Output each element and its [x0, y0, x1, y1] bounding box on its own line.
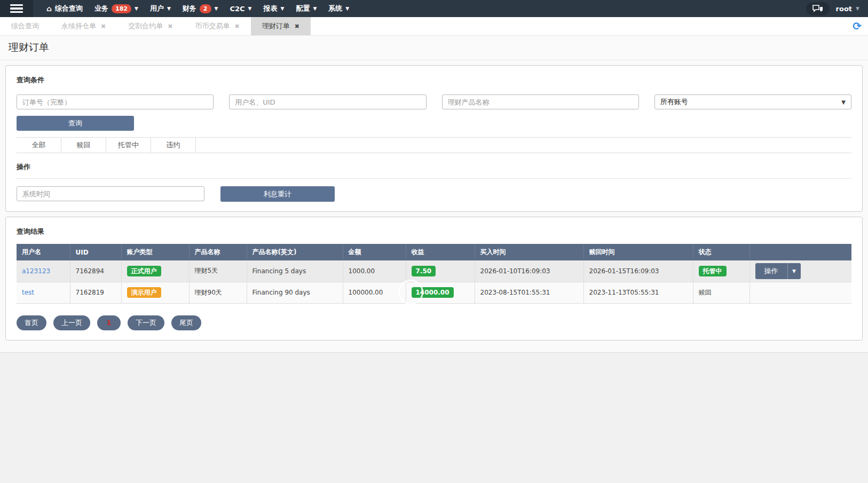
- chevron-down-icon[interactable]: ▼: [788, 263, 801, 279]
- menu-item-system[interactable]: 系统 ▼: [322, 0, 355, 17]
- filter-default[interactable]: 违约: [151, 138, 196, 153]
- filter-all[interactable]: 全部: [17, 138, 61, 153]
- menu-item-config[interactable]: 配置 ▼: [290, 0, 322, 17]
- product-name-input[interactable]: [442, 94, 639, 109]
- operation-heading: 操作: [17, 162, 851, 172]
- username-link[interactable]: test: [22, 289, 34, 296]
- query-results-panel: 查询结果 用户名 UID 账户类型 产品名称 产品名称(英文) 金额 收益 买入…: [5, 217, 863, 341]
- product-en-cell: Financing 90 days: [247, 282, 343, 303]
- system-time-input[interactable]: [17, 186, 204, 201]
- row-action-button[interactable]: 操作: [755, 263, 788, 279]
- hamburger-bar: [10, 7, 23, 10]
- uid-cell: 7162819: [70, 282, 121, 303]
- product-cell: 理财5天: [189, 260, 247, 282]
- query-form-row: 所有账号 ▼: [17, 94, 851, 109]
- chevron-down-icon: ▼: [135, 6, 138, 11]
- user-uid-input[interactable]: [229, 94, 426, 109]
- operation-divider: [17, 178, 851, 179]
- tab-delivery-contracts[interactable]: 交割合约单 ✖: [117, 17, 184, 35]
- pagination-prev-button[interactable]: 上一页: [53, 315, 90, 330]
- query-conditions-panel: 查询条件 所有账号 ▼ 查询 全部 赎回 托管中 违约 操作 利息重计: [5, 65, 863, 212]
- close-icon[interactable]: ✖: [295, 23, 299, 30]
- main-menu: ⌂ 综合查询 业务 182 ▼ 用户 ▼ 财务 2 ▼ C2C ▼ 报表 ▼ 配…: [41, 0, 355, 17]
- profit-badge: 7.50: [412, 266, 436, 276]
- menu-label: C2C: [230, 5, 244, 13]
- table-row: a123123 7162894 正式用户 理财5天 Financing 5 da…: [17, 260, 851, 282]
- tab-spot-trades[interactable]: 币币交易单 ✖: [184, 17, 250, 35]
- search-button[interactable]: 查询: [17, 116, 134, 131]
- tab-label: 交割合约单: [128, 21, 163, 31]
- menu-label: 业务: [94, 4, 108, 13]
- chevron-down-icon: ▼: [167, 6, 171, 11]
- hamburger-menu-icon[interactable]: [0, 0, 33, 17]
- col-amount: 金额: [343, 244, 406, 260]
- buy-time-cell: 2026-01-10T16:09:03: [475, 260, 583, 282]
- chevron-down-icon: ▼: [856, 6, 859, 11]
- col-product-name: 产品名称: [189, 244, 247, 260]
- profit-badge: 14000.00: [412, 287, 454, 298]
- order-id-input[interactable]: [17, 94, 214, 109]
- product-cell: 理财90天: [189, 282, 247, 303]
- navbar-right: root ▼: [806, 0, 868, 17]
- close-icon[interactable]: ✖: [101, 23, 106, 30]
- account-type-badge: 正式用户: [127, 266, 161, 276]
- account-type-badge: 演示用户: [127, 287, 161, 298]
- product-en-cell: Financing 5 days: [247, 260, 343, 282]
- menu-label: 系统: [328, 4, 342, 13]
- buy-time-cell: 2023-08-15T01:55:31: [475, 282, 583, 303]
- close-icon[interactable]: ✖: [168, 23, 172, 30]
- menu-item-finance[interactable]: 财务 2 ▼: [177, 0, 224, 17]
- menu-item-overview[interactable]: ⌂ 综合查询: [41, 0, 89, 17]
- chevron-down-icon: ▼: [248, 6, 252, 11]
- menu-item-reports[interactable]: 报表 ▼: [257, 0, 290, 17]
- menu-item-business[interactable]: 业务 182 ▼: [89, 0, 144, 17]
- col-product-name-en: 产品名称(英文): [247, 244, 343, 260]
- refresh-icon[interactable]: ⟳: [853, 19, 862, 33]
- interest-recalc-button[interactable]: 利息重计: [220, 186, 335, 202]
- query-results-heading: 查询结果: [17, 227, 851, 236]
- business-count-badge: 182: [112, 4, 131, 13]
- account-select-value: 所有账号: [660, 97, 688, 107]
- tab-label: 综合查询: [11, 21, 39, 31]
- menu-label: 配置: [296, 4, 310, 13]
- row-action-split-button[interactable]: 操作 ▼: [755, 263, 801, 279]
- tab-overview[interactable]: 综合查询: [0, 17, 50, 35]
- pagination-current-page[interactable]: 1: [97, 315, 121, 330]
- username-link[interactable]: a123123: [22, 267, 50, 275]
- table-row: test 7162819 演示用户 理财90天 Financing 90 day…: [17, 282, 851, 303]
- tab-label: 永续持仓单: [61, 21, 96, 31]
- status-text-cell: 赎回: [693, 282, 749, 303]
- pagination-next-button[interactable]: 下一页: [128, 315, 164, 330]
- pagination-last-button[interactable]: 尾页: [171, 315, 201, 330]
- username-label: root: [836, 5, 853, 13]
- user-menu[interactable]: root ▼: [836, 5, 859, 13]
- amount-cell: 1000.00: [343, 260, 406, 282]
- menu-item-users[interactable]: 用户 ▼: [144, 0, 177, 17]
- col-buy-time: 买入时间: [475, 244, 583, 260]
- col-uid: UID: [70, 244, 121, 260]
- close-icon[interactable]: ✖: [234, 23, 239, 30]
- account-type-select[interactable]: 所有账号 ▼: [654, 94, 851, 109]
- amount-cell: 100000.00: [343, 282, 406, 303]
- messages-button[interactable]: [806, 2, 830, 15]
- col-profit: 收益: [406, 244, 475, 260]
- menu-item-c2c[interactable]: C2C ▼: [224, 0, 257, 17]
- tab-label: 币币交易单: [195, 21, 230, 31]
- status-badge: 托管中: [699, 266, 727, 276]
- redeem-time-cell: 2026-01-15T16:09:03: [583, 260, 693, 282]
- tab-financing-orders[interactable]: 理财订单 ✖: [251, 17, 311, 35]
- tab-perpetual-positions[interactable]: 永续持仓单 ✖: [50, 17, 117, 35]
- col-redeem-time: 赎回时间: [583, 244, 693, 260]
- col-status: 状态: [693, 244, 749, 260]
- finance-count-badge: 2: [200, 4, 211, 13]
- main-content: 理财订单 查询条件 所有账号 ▼ 查询 全部 赎回 托管中 违约 操作 利息重计: [0, 36, 868, 353]
- pagination-first-button[interactable]: 首页: [17, 315, 46, 330]
- filter-redeemed[interactable]: 赎回: [61, 138, 106, 153]
- open-tabs-bar: 综合查询 永续持仓单 ✖ 交割合约单 ✖ 币币交易单 ✖ 理财订单 ✖ ⟳: [0, 17, 868, 36]
- filter-in-custody[interactable]: 托管中: [106, 138, 151, 153]
- results-table: 用户名 UID 账户类型 产品名称 产品名称(英文) 金额 收益 买入时间 赎回…: [17, 244, 851, 304]
- page-title: 理财订单: [9, 41, 49, 53]
- top-navbar: ⌂ 综合查询 业务 182 ▼ 用户 ▼ 财务 2 ▼ C2C ▼ 报表 ▼ 配…: [0, 0, 868, 17]
- table-header-row: 用户名 UID 账户类型 产品名称 产品名称(英文) 金额 收益 买入时间 赎回…: [17, 244, 851, 260]
- col-account-type: 账户类型: [121, 244, 189, 260]
